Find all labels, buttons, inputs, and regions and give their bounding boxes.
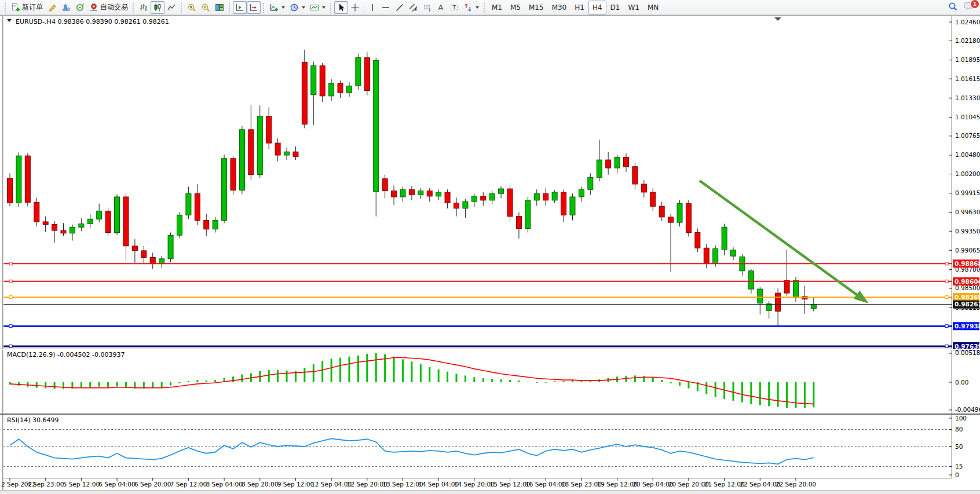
price-tick-label: 0.99630	[955, 208, 980, 215]
price-tick-label: 1.01895	[955, 56, 980, 63]
line-chart-button[interactable]	[164, 1, 178, 14]
hline-handle-left[interactable]	[9, 262, 12, 265]
toolbar-grip[interactable]	[483, 2, 486, 13]
profiles-button[interactable]	[59, 1, 73, 14]
chat-button[interactable]: 1	[964, 1, 975, 14]
templates-button[interactable]	[308, 1, 328, 14]
chart-wizard-button[interactable]	[45, 1, 59, 14]
timeframe-w1[interactable]: W1	[624, 1, 643, 14]
hline-handle-right[interactable]	[945, 296, 948, 299]
autotrading-label: 自动交易	[100, 2, 128, 12]
toolbar-grip[interactable]	[132, 2, 135, 13]
templates-dropdown-caret	[322, 6, 326, 9]
price-tick-label: 1.00765	[955, 132, 980, 139]
templates-icon	[310, 3, 319, 12]
zoom-in-icon	[187, 3, 196, 12]
bar-chart-button[interactable]	[137, 1, 151, 14]
cursor-icon	[337, 3, 346, 12]
svg-text:0.98604: 0.98604	[955, 278, 980, 285]
line-chart-icon	[167, 3, 176, 12]
hline-handle-right[interactable]	[945, 345, 948, 347]
svg-text:F: F	[429, 8, 432, 12]
hline-handle-left[interactable]	[9, 325, 12, 328]
timeframe-h4[interactable]: H4	[588, 1, 606, 14]
timeframe-m15[interactable]: M15	[525, 1, 548, 14]
horizontal-line-button[interactable]	[379, 1, 393, 14]
price-tick-label: 1.01045	[955, 114, 980, 120]
zoom-in-button[interactable]	[185, 1, 199, 14]
vertical-line-button[interactable]	[366, 1, 379, 14]
label-icon: T	[449, 3, 459, 12]
toolbar-grip[interactable]	[180, 2, 183, 13]
price-tick-label: 1.02460	[955, 19, 980, 25]
time-tick-label: 21 Sep 12:00	[704, 481, 745, 488]
hline-handle-right[interactable]	[945, 280, 948, 283]
timeframe-mn[interactable]: MN	[643, 1, 663, 14]
price-tick-label: 1.00200	[955, 170, 980, 177]
price-tick-label: 1.01615	[955, 75, 980, 82]
time-tick-label: 16 Sep 04:00	[525, 481, 566, 488]
time-tick-label: 22 Sep 20:00	[776, 481, 816, 488]
text-icon: A	[438, 3, 444, 11]
label-button[interactable]: T	[447, 1, 461, 14]
notification-badge: 1	[970, 0, 979, 9]
toolbar-grip[interactable]	[4, 2, 7, 13]
svg-text:T: T	[452, 5, 456, 10]
hline-handle-left[interactable]	[9, 345, 12, 347]
indicators-button[interactable]	[267, 1, 287, 14]
timeframe-d1[interactable]: D1	[606, 1, 624, 14]
crosshair-button[interactable]	[348, 1, 362, 14]
candlestick-chart-button[interactable]	[151, 1, 164, 14]
svg-text:0.98261: 0.98261	[955, 301, 980, 308]
hline-handle-right[interactable]	[945, 325, 948, 328]
macd-axis-label: -0.004963	[955, 406, 980, 413]
cursor-button[interactable]	[334, 1, 348, 14]
fibonacci-button[interactable]: F	[420, 1, 434, 14]
chart-area[interactable]: 1.024601.021801.018951.016151.013301.010…	[0, 15, 980, 494]
periods-button[interactable]	[287, 1, 308, 14]
timeframe-m5[interactable]: M5	[506, 1, 525, 14]
profiles-icon	[61, 3, 71, 12]
arrows-button[interactable]	[461, 1, 481, 14]
time-tick-label: 5 Sep 12:00	[63, 481, 100, 488]
chart-shift-icon	[249, 3, 258, 12]
toolbar-grip[interactable]	[228, 2, 231, 13]
toolbar-separator	[364, 2, 364, 13]
channel-button[interactable]: E	[407, 1, 420, 14]
timeframe-h1[interactable]: H1	[571, 1, 588, 14]
text-button[interactable]: A	[434, 1, 447, 14]
time-tick-label: 19 Sep 12:00	[597, 481, 638, 488]
autotrading-button[interactable]: 自动交易	[87, 1, 130, 14]
timeframe-m30[interactable]: M30	[548, 1, 571, 14]
search-icon[interactable]	[948, 1, 958, 14]
trendline-button[interactable]	[393, 1, 407, 14]
candlestick-chart-icon	[153, 3, 162, 12]
rsi-axis-label: 15	[955, 463, 963, 470]
timeframe-m1[interactable]: M1	[488, 1, 506, 14]
crosshair-icon	[350, 3, 360, 12]
macd-axis-label: 0.005183	[955, 349, 980, 356]
new-order-button[interactable]: 新订单	[9, 1, 45, 14]
tile-windows-button[interactable]	[213, 1, 226, 14]
price-tick-label: 1.02180	[955, 37, 980, 44]
macd-label: MACD(12,26,9) -0.004502 -0.003937	[7, 351, 125, 358]
time-tick-label: 12 Sep 20:00	[347, 481, 387, 488]
zoom-out-button[interactable]	[199, 1, 213, 14]
svg-text:E: E	[415, 8, 417, 12]
hline-handle-left[interactable]	[9, 280, 12, 283]
new-order-icon	[11, 3, 20, 12]
chart-shift-button[interactable]	[247, 1, 261, 14]
chart-window[interactable]: 1.024601.021801.018951.016151.013301.010…	[0, 15, 980, 494]
chart-wizard-icon	[47, 3, 57, 12]
time-tick-label: 20 Sep 20:00	[668, 481, 709, 488]
time-tick-label: 15 Sep 12:00	[489, 481, 530, 488]
auto-scroll-icon	[235, 3, 244, 12]
svg-text:0.97639: 0.97639	[955, 343, 980, 350]
alerts-button[interactable]	[73, 1, 87, 14]
alerts-icon	[75, 3, 85, 12]
hline-handle-left[interactable]	[9, 296, 12, 299]
auto-scroll-button[interactable]	[233, 1, 247, 14]
hline-handle-right[interactable]	[945, 262, 948, 265]
toolbar-grip[interactable]	[262, 2, 265, 13]
toolbar-grip[interactable]	[330, 2, 332, 13]
